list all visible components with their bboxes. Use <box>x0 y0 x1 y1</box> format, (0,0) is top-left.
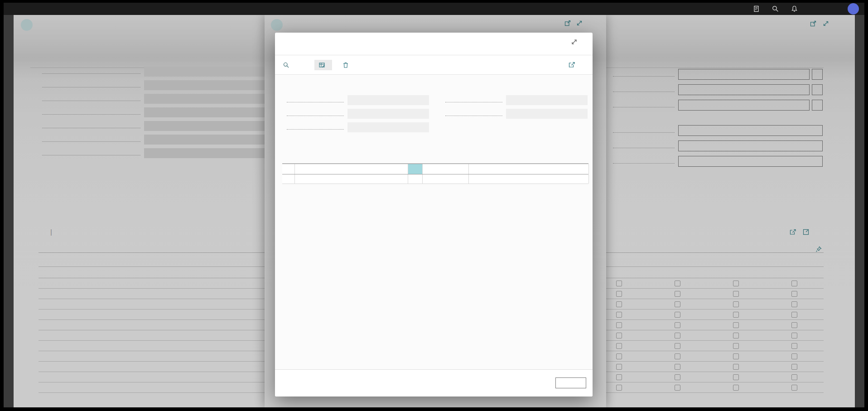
service-name-value[interactable] <box>347 109 429 119</box>
source-field-name-value[interactable] <box>347 122 429 132</box>
search-icon[interactable] <box>772 5 779 13</box>
edit-list-icon <box>319 62 325 68</box>
field-service-name <box>283 109 429 119</box>
dialog-window-icons <box>571 39 584 45</box>
column-filter-type[interactable] <box>422 153 468 163</box>
field-source-field-name <box>283 122 429 132</box>
user-avatar[interactable] <box>848 3 859 15</box>
app-header-icons <box>752 3 859 15</box>
column-filter-value[interactable] <box>468 153 588 163</box>
dialog-toolbar-right <box>569 62 584 68</box>
notifications-bell-icon[interactable] <box>791 5 798 13</box>
page-caption-value[interactable] <box>347 95 429 105</box>
field-related-service-name <box>442 109 588 119</box>
filters-table-header <box>282 153 588 164</box>
search-action[interactable] <box>283 62 292 68</box>
column-related-field-name[interactable] <box>294 153 408 163</box>
dialog-body <box>275 75 593 369</box>
related-service-name-value[interactable] <box>506 109 588 119</box>
field-related-page-caption <box>442 95 588 105</box>
search-icon <box>283 62 289 68</box>
app-header <box>4 3 864 15</box>
filter-row-empty[interactable] <box>282 174 588 184</box>
filter-row-code[interactable] <box>282 164 588 174</box>
related-field-name-cell[interactable] <box>294 164 408 174</box>
delete-action[interactable] <box>343 62 351 68</box>
field-page-caption <box>283 95 429 105</box>
edit-list-action[interactable] <box>314 60 332 70</box>
screen: | <box>0 0 868 411</box>
filters-table <box>282 153 588 184</box>
flowfield-filters-dialog <box>275 33 593 396</box>
dynamics-app-icon[interactable] <box>752 5 760 13</box>
trash-icon <box>343 62 348 68</box>
share-icon[interactable] <box>569 62 575 68</box>
settings-gear-icon[interactable] <box>810 5 817 13</box>
workspace: | <box>4 15 864 407</box>
cell-context-menu-button[interactable] <box>408 164 422 174</box>
dialog-toolbar <box>275 55 593 75</box>
filter-type-cell[interactable] <box>422 164 468 174</box>
filter-value-cell[interactable] <box>468 164 589 174</box>
dialog-footer <box>275 369 593 396</box>
close-button[interactable] <box>555 377 586 388</box>
related-page-caption-value[interactable] <box>506 95 588 105</box>
expand-dialog-icon[interactable] <box>571 39 577 45</box>
help-icon[interactable] <box>829 5 836 13</box>
